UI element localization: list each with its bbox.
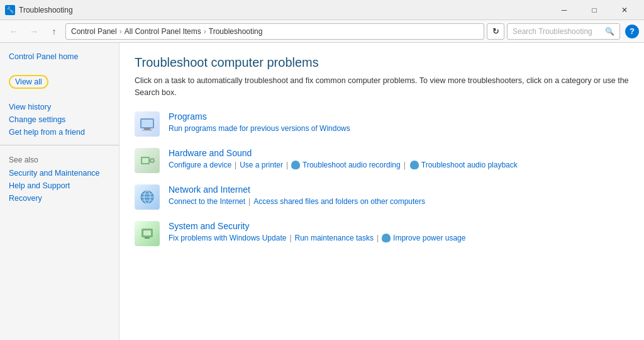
security-links: Fix problems with Windows Update | Run m… — [169, 234, 629, 242]
sidebar-change-settings-link[interactable]: Change settings — [9, 113, 110, 126]
sidebar-view-history-link[interactable]: View history — [9, 101, 110, 113]
network-links: Connect to the Internet | Access shared … — [169, 197, 629, 206]
app-icon: 🔧 — [5, 5, 15, 15]
back-button[interactable]: ← — [5, 23, 23, 40]
hardware-content: Hardware and Sound Configure a device | … — [169, 148, 629, 169]
sidebar-divider — [0, 145, 119, 145]
hardware-icon — [135, 148, 160, 173]
page-title: Troubleshoot computer problems — [135, 55, 629, 70]
shield-icon-2 — [410, 161, 419, 169]
svg-point-7 — [151, 159, 153, 162]
svg-rect-1 — [142, 120, 153, 127]
security-content: System and Security Fix problems with Wi… — [169, 221, 629, 242]
network-link-connect[interactable]: Connect to the Internet — [169, 197, 245, 206]
close-button[interactable]: ✕ — [610, 0, 639, 20]
network-title[interactable]: Network and Internet — [169, 184, 250, 195]
hardware-link-audio-playback[interactable]: Troubleshoot audio playback — [421, 161, 518, 169]
hardware-link-audio-recording[interactable]: Troubleshoot audio recording — [303, 161, 401, 169]
path-part2: All Control Panel Items — [125, 27, 201, 36]
title-bar: 🔧 Troubleshooting ─ □ ✕ — [0, 0, 644, 20]
up-button[interactable]: ↑ — [45, 23, 63, 40]
help-button[interactable]: ? — [625, 25, 639, 38]
path-part1: Control Panel — [71, 27, 117, 36]
forward-button[interactable]: → — [25, 23, 43, 40]
programs-links: Run programs made for previous versions … — [169, 124, 629, 133]
sidebar-get-help-link[interactable]: Get help from a friend — [9, 126, 110, 139]
search-icon: 🔍 — [605, 27, 614, 36]
sidebar-view-all-link[interactable]: View all — [9, 75, 48, 89]
maximize-button[interactable]: □ — [580, 0, 609, 20]
svg-rect-14 — [143, 230, 151, 235]
sidebar: Control Panel home View all View history… — [0, 43, 119, 340]
network-content: Network and Internet Connect to the Inte… — [169, 184, 629, 206]
category-network: Network and Internet Connect to the Inte… — [135, 184, 629, 210]
see-also-label: See also — [0, 152, 119, 167]
hardware-link-printer[interactable]: Use a printer — [240, 161, 283, 169]
security-link-maintenance[interactable]: Run maintenance tasks — [295, 234, 374, 242]
sidebar-control-panel-link[interactable]: Control Panel home — [9, 50, 110, 63]
main-layout: Control Panel home View all View history… — [0, 43, 644, 340]
shield-icon-1 — [291, 161, 300, 169]
sidebar-section-see-also: Security and Maintenance Help and Suppor… — [0, 167, 119, 205]
address-path[interactable]: Control Panel › All Control Panel Items … — [65, 23, 484, 40]
address-bar: ← → ↑ Control Panel › All Control Panel … — [0, 20, 644, 43]
path-sep1: › — [119, 27, 122, 36]
minimize-button[interactable]: ─ — [550, 0, 579, 20]
sidebar-security-link[interactable]: Security and Maintenance — [9, 167, 110, 179]
category-programs: Programs Run programs made for previous … — [135, 111, 629, 137]
security-title[interactable]: System and Security — [169, 221, 249, 231]
sidebar-help-link[interactable]: Help and Support — [9, 179, 110, 192]
window-controls: ─ □ ✕ — [550, 0, 639, 20]
shield-icon-3 — [382, 234, 391, 242]
programs-content: Programs Run programs made for previous … — [169, 111, 629, 133]
path-part3: Troubleshooting — [209, 27, 263, 36]
path-sep2: › — [204, 27, 206, 36]
hardware-title[interactable]: Hardware and Sound — [169, 148, 252, 158]
security-link-power[interactable]: Improve power usage — [393, 234, 465, 242]
security-icon — [135, 221, 160, 246]
svg-rect-15 — [145, 237, 150, 239]
security-link-update[interactable]: Fix problems with Windows Update — [169, 234, 286, 242]
svg-rect-2 — [144, 128, 150, 130]
programs-icon — [135, 111, 160, 137]
search-box[interactable]: Search Troubleshooting 🔍 — [507, 23, 620, 40]
programs-link-1[interactable]: Run programs made for previous versions … — [169, 124, 350, 133]
category-security: System and Security Fix problems with Wi… — [135, 221, 629, 246]
sidebar-section-main: Control Panel home View all View history… — [0, 50, 119, 139]
svg-rect-5 — [142, 158, 148, 163]
page-description: Click on a task to automatically trouble… — [135, 75, 629, 99]
network-icon — [135, 184, 160, 210]
address-right: ↻ Search Troubleshooting 🔍 ? — [487, 23, 639, 40]
refresh-button[interactable]: ↻ — [487, 23, 504, 40]
svg-rect-3 — [142, 130, 152, 131]
hardware-link-configure[interactable]: Configure a device — [169, 161, 231, 169]
programs-title[interactable]: Programs — [169, 111, 207, 122]
category-hardware: Hardware and Sound Configure a device | … — [135, 148, 629, 173]
search-placeholder: Search Troubleshooting — [513, 27, 592, 36]
window-title: Troubleshooting — [19, 6, 550, 14]
network-link-share[interactable]: Access shared files and folders on other… — [253, 197, 425, 206]
hardware-links: Configure a device | Use a printer | Tro… — [169, 161, 629, 169]
sidebar-recovery-link[interactable]: Recovery — [9, 192, 110, 205]
content-area: Troubleshoot computer problems Click on … — [119, 43, 644, 340]
